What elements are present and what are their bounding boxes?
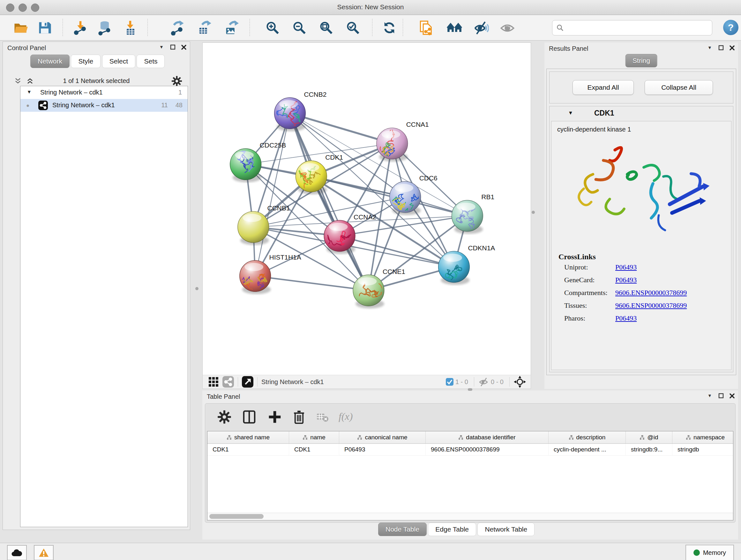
network-view-toolbar: String Network – cdk1 1 - 0 0 - 0 [202, 375, 531, 389]
scrollbar-thumb[interactable] [209, 514, 264, 519]
column-header-namespace[interactable]: namespace [672, 431, 733, 443]
network-node[interactable] [324, 220, 355, 254]
column-header--id[interactable]: @id [626, 431, 672, 443]
table-cell[interactable]: stringdb:9... [626, 444, 672, 455]
delete-table-icon[interactable] [316, 410, 328, 424]
table-cell[interactable]: stringdb [672, 444, 733, 455]
table-row[interactable]: CDK1CDK1P064939606.ENSP00000378699cyclin… [207, 444, 733, 455]
network-canvas[interactable]: CCNB2CCNA1CDC25BCDK1CDC6RB1CCNB1CCNA2CDK… [203, 43, 530, 374]
table-cell[interactable]: CDK1 [207, 444, 289, 455]
zoom-selected-icon[interactable] [345, 20, 360, 36]
export-image-icon[interactable] [223, 20, 239, 36]
import-table-file-icon[interactable] [123, 20, 138, 36]
warnings-button[interactable] [34, 545, 54, 560]
tab-string[interactable]: String [625, 54, 657, 67]
table-cell[interactable]: cyclin-dependent ... [549, 444, 626, 455]
collapse-all-button[interactable]: Collapse All [645, 80, 713, 95]
save-session-icon[interactable] [37, 20, 52, 36]
zoom-out-icon[interactable] [292, 20, 307, 36]
table-cell[interactable]: 9606.ENSP00000378699 [426, 444, 549, 455]
horizontal-scrollbar[interactable] [207, 513, 733, 520]
tab-style[interactable]: Style [71, 55, 100, 68]
show-columns-icon[interactable] [242, 410, 256, 424]
panel-menu-icon[interactable]: ▼ [708, 393, 713, 399]
export-network-icon[interactable] [170, 20, 185, 36]
vertical-splitter-handle[interactable] [532, 211, 535, 214]
table-options-gear-icon[interactable] [217, 410, 231, 424]
network-node[interactable] [439, 251, 470, 287]
close-panel-icon[interactable] [729, 393, 735, 399]
table-header-row: shared namenamecanonical namedatabase id… [207, 431, 733, 444]
crosshair-icon[interactable] [514, 375, 526, 388]
network-share-icon[interactable] [222, 376, 234, 388]
close-panel-icon[interactable] [729, 45, 735, 51]
gene-section-header[interactable]: ▼ CDK1 [549, 106, 733, 121]
horizontal-splitter-handle[interactable] [468, 388, 472, 391]
column-header-database-identifier[interactable]: database identifier [426, 431, 549, 443]
network-row[interactable]: ● String Network – cdk1 11 48 [20, 99, 188, 112]
open-file-icon[interactable] [419, 20, 434, 36]
selected-checkbox-icon[interactable] [446, 378, 454, 386]
eye-disabled-icon[interactable] [500, 20, 515, 36]
open-session-icon[interactable] [13, 20, 28, 36]
network-collection-row[interactable]: ▼ String Network – cdk1 1 [20, 86, 188, 99]
float-panel-icon[interactable] [718, 45, 724, 51]
export-table-icon[interactable] [197, 20, 212, 36]
network-edge[interactable] [290, 113, 368, 291]
column-header-canonical-name[interactable]: canonical name [339, 431, 426, 443]
crosslink-link[interactable]: P06493 [615, 263, 636, 271]
crosslink-link[interactable]: P06493 [615, 314, 636, 322]
network-edge[interactable] [311, 176, 467, 216]
tab-select[interactable]: Select [102, 55, 135, 68]
network-edge[interactable] [290, 113, 392, 144]
help-icon[interactable]: ? [723, 20, 738, 35]
crosslink-link[interactable]: 9606.ENSP00000378699 [615, 289, 687, 297]
table-cell[interactable]: P06493 [339, 444, 426, 455]
column-header-name[interactable]: name [289, 431, 339, 443]
network-node[interactable] [353, 275, 385, 309]
network-node[interactable] [368, 126, 408, 162]
network-node[interactable] [274, 98, 306, 132]
refresh-view-icon[interactable] [382, 20, 397, 36]
fit-content-icon[interactable] [319, 20, 334, 36]
network-node[interactable] [240, 260, 271, 294]
close-panel-icon[interactable] [181, 44, 187, 50]
memory-button[interactable]: Memory [685, 545, 734, 560]
cloud-button[interactable] [7, 545, 27, 560]
network-node[interactable] [452, 200, 483, 234]
float-panel-icon[interactable] [170, 44, 176, 50]
search-input[interactable] [567, 22, 709, 33]
column-header-description[interactable]: description [549, 431, 626, 443]
network-options-gear-icon[interactable] [172, 76, 182, 86]
tab-node-table[interactable]: Node Table [378, 523, 427, 536]
tab-network-table[interactable]: Network Table [477, 523, 535, 536]
import-network-file-icon[interactable] [73, 20, 88, 36]
hidden-eye-icon[interactable] [478, 376, 489, 387]
section-collapse-icon[interactable]: ▼ [568, 110, 573, 116]
collapse-arrow-icon[interactable]: ▼ [27, 89, 31, 95]
network-node[interactable] [230, 148, 261, 182]
panel-menu-icon[interactable]: ▼ [159, 44, 165, 50]
delete-column-icon[interactable] [292, 410, 306, 424]
network-edge[interactable] [255, 276, 368, 291]
birds-eye-view-icon[interactable] [242, 376, 253, 388]
table-cell[interactable]: CDK1 [289, 444, 339, 455]
column-header-shared-name[interactable]: shared name [207, 431, 289, 443]
crosslink-link[interactable]: P06493 [615, 276, 636, 284]
first-neighbors-icon[interactable] [447, 20, 462, 36]
panel-menu-icon[interactable]: ▼ [708, 45, 713, 51]
float-panel-icon[interactable] [718, 393, 724, 399]
network-view[interactable]: CCNB2CCNA1CDC25BCDK1CDC6RB1CCNB1CCNA2CDK… [202, 43, 531, 375]
zoom-in-icon[interactable] [265, 20, 280, 36]
import-network-database-icon[interactable] [97, 20, 112, 36]
add-column-icon[interactable] [268, 410, 282, 424]
tab-network[interactable]: Network [30, 55, 70, 68]
network-node[interactable] [238, 211, 269, 245]
vertical-splitter-handle[interactable] [195, 287, 199, 290]
expand-all-button[interactable]: Expand All [572, 80, 634, 95]
crosslink-link[interactable]: 9606.ENSP00000378699 [615, 301, 687, 310]
tab-edge-table[interactable]: Edge Table [428, 523, 476, 536]
grid-view-icon[interactable] [208, 376, 219, 388]
show-hide-icon[interactable] [474, 20, 489, 36]
tab-sets[interactable]: Sets [137, 55, 165, 68]
